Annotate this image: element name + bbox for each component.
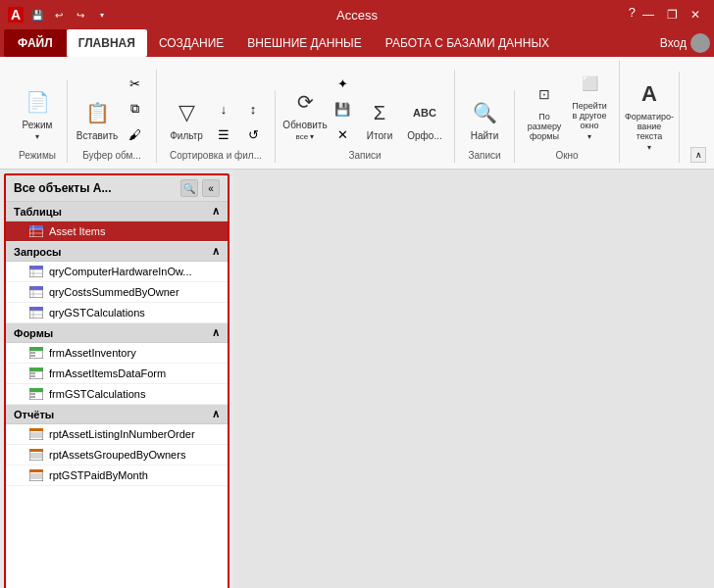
menu-item-external[interactable]: ВНЕШНИЕ ДАННЫЕ	[235, 29, 373, 57]
tables-section-label: Таблицы	[14, 206, 62, 218]
asset-items-label: Asset Items	[49, 225, 105, 237]
selection-icon: ↓	[215, 100, 232, 118]
svg-rect-28	[30, 372, 35, 374]
fit-form-button[interactable]: ⊡ По размеру формы	[523, 74, 566, 146]
sort-row2: ☰ ↺	[210, 122, 267, 146]
modes-buttons: 📄 Режим ▾	[16, 81, 59, 146]
main-area: Все объекты А... 🔍 « Таблицы ∧	[0, 170, 714, 588]
undo-icon[interactable]: ↩	[51, 7, 67, 23]
nav-section-reports[interactable]: Отчёты ∧	[6, 405, 228, 424]
ribbon-group-modes: 📄 Режим ▾ Режимы	[8, 79, 68, 163]
login-label[interactable]: Вход	[660, 36, 687, 50]
form2-icon	[29, 367, 43, 380]
spell-icon: ABC	[409, 97, 440, 128]
text-format-label: Форматиро-вание текста	[625, 112, 674, 141]
menu-item-create[interactable]: СОЗДАНИЕ	[147, 29, 235, 57]
copy-icon: ⧉	[126, 100, 143, 118]
app-title: Access	[336, 8, 378, 23]
ribbon-group-find: 🔍 Найти Записи	[455, 90, 515, 163]
save-record-icon: 💾	[333, 100, 351, 118]
sort-small-buttons: ↓ ↕ ☰ ↺	[210, 97, 267, 146]
mode-icon: 📄	[22, 86, 53, 118]
help-icon[interactable]: ?	[629, 5, 636, 24]
nav-item-query3[interactable]: qryGSTCalculations	[6, 303, 228, 323]
ribbon-collapse[interactable]: ∧	[690, 143, 706, 163]
filter-label: Фильтр	[170, 130, 203, 141]
nav-panel-title: Все объекты А...	[14, 181, 161, 195]
collapse-ribbon-button[interactable]: ∧	[690, 147, 706, 163]
find-button[interactable]: 🔍 Найти	[463, 92, 506, 146]
close-button[interactable]: ✕	[685, 5, 706, 24]
apply-filter-button[interactable]: ☰	[210, 122, 237, 146]
minimize-button[interactable]: —	[638, 5, 659, 24]
nav-section-queries[interactable]: Запросы ∧	[6, 242, 228, 262]
svg-rect-41	[29, 449, 43, 452]
form1-label: frmAssetInventory	[49, 347, 136, 359]
text-format-button[interactable]: A Форматиро-вание текста ▾	[628, 74, 671, 157]
format-painter-button[interactable]: 🖌	[121, 122, 148, 146]
menu-item-home[interactable]: ГЛАВНАЯ	[67, 29, 147, 57]
nav-item-report2[interactable]: rptAssetsGroupedByOwners	[6, 445, 228, 466]
refresh-button[interactable]: ⟳ Обновить все ▾	[283, 81, 327, 146]
svg-rect-1	[29, 225, 43, 229]
mode-button[interactable]: 📄 Режим ▾	[16, 81, 59, 146]
cut-button[interactable]: ✂	[121, 72, 148, 95]
customize-icon[interactable]: ▾	[94, 7, 110, 23]
copy-button[interactable]: ⧉	[121, 97, 148, 121]
ribbon: 📄 Режим ▾ Режимы 📋 Вставить ✂ ⧉ 🖌	[0, 57, 714, 170]
forms-section-collapse-icon: ∧	[212, 326, 220, 339]
svg-rect-16	[29, 307, 43, 311]
redo-icon[interactable]: ↪	[73, 7, 88, 23]
queries-section-collapse-icon: ∧	[212, 245, 220, 258]
advanced-button[interactable]: ↕	[239, 97, 267, 121]
filter-button[interactable]: ▽ Фильтр	[165, 92, 208, 146]
nav-collapse-button[interactable]: «	[202, 179, 220, 197]
format-painter-icon: 🖌	[126, 125, 143, 143]
paste-button[interactable]: 📋 Вставить	[76, 92, 119, 146]
restore-button[interactable]: ❐	[661, 5, 683, 24]
report2-label: rptAssetsGroupedByOwners	[49, 449, 185, 461]
sort-group-label: Сортировка и фил...	[170, 150, 262, 161]
totals-button[interactable]: Σ Итоги	[358, 92, 401, 146]
mode-label: Режим	[23, 120, 53, 130]
svg-rect-23	[30, 352, 35, 354]
nav-item-asset-items[interactable]: Asset Items	[6, 221, 228, 242]
nav-item-report1[interactable]: rptAssetListingInNumberOrder	[6, 424, 228, 445]
report1-icon	[29, 427, 43, 441]
nav-item-form3[interactable]: frmGSTCalculations	[6, 384, 228, 405]
records-small-buttons: ✦ 💾 ✕	[329, 72, 356, 146]
form2-label: frmAssetItemsDataForm	[49, 368, 166, 379]
nav-item-form2[interactable]: frmAssetItemsDataForm	[6, 364, 228, 384]
menu-bar: ФАЙЛ ГЛАВНАЯ СОЗДАНИЕ ВНЕШНИЕ ДАННЫЕ РАБ…	[0, 29, 714, 57]
svg-rect-46	[29, 469, 43, 472]
svg-rect-21	[29, 347, 43, 351]
new-record-button[interactable]: ✦	[329, 72, 356, 95]
selection-button[interactable]: ↓	[210, 97, 237, 121]
query3-label: qryGSTCalculations	[49, 307, 145, 318]
clipboard-group-label: Буфер обм...	[82, 150, 141, 161]
svg-rect-26	[29, 368, 43, 371]
delete-record-button[interactable]: ✕	[329, 122, 356, 146]
title-bar: A 💾 ↩ ↪ ▾ Access ? — ❐ ✕	[0, 0, 714, 29]
save-quick-icon[interactable]: 💾	[29, 7, 45, 23]
menu-item-database[interactable]: РАБОТА С БАЗАМИ ДАННЫХ	[374, 29, 561, 57]
nav-item-report3[interactable]: rptGSTPaidByMonth	[6, 466, 228, 486]
remove-filter-button[interactable]: ↺	[239, 122, 267, 146]
svg-rect-11	[29, 286, 43, 290]
spell-button[interactable]: ABC Орфо...	[403, 92, 446, 146]
nav-item-query1[interactable]: qryComputerHardwareInOw...	[6, 262, 228, 282]
sort-buttons: ▽ Фильтр ↓ ↕ ☰ ↺	[165, 92, 267, 146]
modes-group-label: Режимы	[19, 150, 56, 161]
menu-item-file[interactable]: ФАЙЛ	[4, 29, 67, 57]
form1-icon	[29, 346, 43, 360]
sort-row1: ↓ ↕	[210, 97, 267, 121]
nav-item-form1[interactable]: frmAssetInventory	[6, 343, 228, 364]
nav-search-button[interactable]: 🔍	[180, 179, 198, 197]
switch-window-button[interactable]: ⬜ Перейти в другое окно ▾	[568, 63, 611, 146]
login-area[interactable]: Вход	[660, 29, 710, 57]
save-record-button[interactable]: 💾	[329, 97, 356, 121]
nav-section-tables[interactable]: Таблицы ∧	[6, 202, 228, 221]
nav-item-query2[interactable]: qryCostsSummedByOwner	[6, 282, 228, 303]
nav-section-forms[interactable]: Формы ∧	[6, 323, 228, 343]
switch-window-icon: ⬜	[574, 68, 605, 99]
